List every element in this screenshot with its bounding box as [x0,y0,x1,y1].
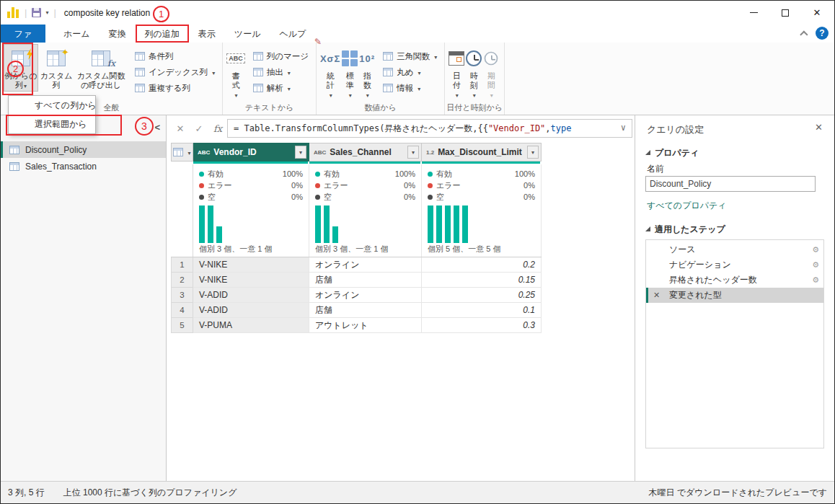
rounding-button[interactable]: 丸め [380,64,440,80]
parse-button[interactable]: 解析 [250,80,312,96]
all-properties-link[interactable]: すべてのプロパティ [647,200,727,212]
profiling-scope-label[interactable]: 上位 1000 行に基づく列のプロファイリング [63,487,237,499]
gear-icon[interactable]: ⚙ [812,260,819,270]
conditional-column-button[interactable]: 条件列 [132,48,218,64]
invoke-custom-function-button[interactable]: fx カスタム関数の呼び出し [75,45,127,90]
date-button[interactable]: 日付 [449,45,464,100]
information-button[interactable]: 情報 [380,80,440,96]
cell-limit[interactable]: 0.3 [422,318,542,333]
cell-vendor[interactable]: V-ADID [193,303,309,318]
cell-vendor[interactable]: V-NIKE [193,257,309,273]
cell-limit[interactable]: 0.2 [422,257,542,273]
valid-dot-icon [315,172,320,177]
step-name: 昇格されたヘッダー数 [669,274,757,286]
time-button[interactable]: 時刻 [466,45,482,100]
tab-help[interactable]: ヘルプ [270,25,315,43]
maximize-button[interactable] [769,1,801,25]
query-item-discount-policy[interactable]: Discount_Policy [1,141,166,158]
row-number[interactable]: 2 [171,273,193,288]
step-source[interactable]: ソース ⚙ [646,242,823,257]
index-column-button[interactable]: インデックス列 [132,64,218,80]
column-name: Vendor_ID [213,147,291,157]
close-button[interactable]: ✕ [801,1,833,25]
save-icon[interactable] [32,8,41,17]
cancel-formula-icon[interactable]: ✕ [171,123,190,134]
cell-channel[interactable]: 店舗 [309,303,422,318]
formula-input[interactable]: = Table.TransformColumnTypes(昇格されたヘッダー数,… [227,119,632,138]
format-button[interactable]: ABC✎ 書式 [226,45,245,100]
preview-grid: ABC Vendor_ID ABC Sales_Channel 1.2 Max_… [171,143,542,333]
duration-button[interactable]: 期間 [483,45,499,100]
collapse-queries-pane-icon[interactable]: < [154,122,160,133]
duplicate-column-button[interactable]: 重複する列 [132,80,218,96]
column-name: Sales_Channel [330,147,404,157]
step-promoted-headers[interactable]: 昇格されたヘッダー数 ⚙ [646,273,823,288]
name-label: 名前 [647,163,664,175]
row-number[interactable]: 3 [171,288,193,303]
clock-icon [466,50,482,66]
cell-limit[interactable]: 0.15 [422,273,542,288]
trigonometry-icon [383,52,393,61]
cell-vendor[interactable]: V-NIKE [193,273,309,288]
cell-limit[interactable]: 0.25 [422,288,542,303]
ribbon-group-from-number: ΧσΣ 統計 標準 10² 指数 三角関数 丸め 情報 数値から [317,43,445,115]
step-name: 変更された型 [669,289,722,301]
extract-button[interactable]: 抽出 [250,64,312,80]
cell-vendor[interactable]: V-ADID [193,288,309,303]
titlebar-divider: | [53,7,56,18]
statistics-button[interactable]: ΧσΣ 統計 [320,45,340,100]
query-item-sales-transaction[interactable]: Sales_Transaction [1,158,166,174]
tab-tools[interactable]: ツール [225,25,270,43]
cell-vendor[interactable]: V-PUMA [193,318,309,333]
data-preview-pane: ✕ ✓ fx = Table.TransformColumnTypes(昇格され… [167,115,634,481]
grid-header-row: ABC Vendor_ID ABC Sales_Channel 1.2 Max_… [171,143,542,162]
menu-item-from-all-columns[interactable]: すべての列から [9,96,95,115]
properties-section-header[interactable]: プロパティ [645,147,699,159]
column-header-vendor-id[interactable]: ABC Vendor_ID [193,143,309,162]
expand-formula-bar-icon[interactable]: ∨ [621,123,626,133]
filter-dropdown-icon[interactable] [527,146,539,159]
merge-columns-button[interactable]: 列のマージ [250,48,312,64]
commit-formula-icon[interactable]: ✓ [190,123,208,134]
cell-channel[interactable]: アウトレット [309,318,422,333]
tab-home[interactable]: ホーム [54,25,100,43]
tab-file[interactable]: ファイル [1,25,45,43]
fx-icon[interactable]: fx [208,123,227,134]
profile-vendor-id: 有効100% エラー0% 空0% 個別 3 個、一意 1 個 [193,164,309,257]
cell-channel[interactable]: オンライン [309,288,422,303]
step-changed-type[interactable]: ✕ 変更された型 [646,288,823,303]
column-header-sales-channel[interactable]: ABC Sales_Channel [309,143,422,162]
cell-limit[interactable]: 0.1 [422,303,542,318]
tab-view[interactable]: 表示 [189,25,225,43]
column-header-max-discount-limit[interactable]: 1.2 Max_Discount_Limit [422,143,542,162]
step-navigation[interactable]: ナビゲーション ⚙ [646,257,823,273]
tab-transform[interactable]: 変換 [100,25,136,43]
delete-step-icon[interactable]: ✕ [653,291,660,300]
cell-channel[interactable]: 店舗 [309,273,422,288]
close-panel-icon[interactable]: ✕ [815,122,823,133]
quick-access-caret-icon[interactable]: ▾ [45,9,48,16]
custom-column-button[interactable]: ✦ カスタム列 [39,45,74,90]
select-all-cell[interactable] [171,143,193,162]
empty-dot-icon [315,195,320,200]
scientific-button[interactable]: 10² 指数 [359,45,375,100]
filter-dropdown-icon[interactable] [295,146,306,159]
menu-item-from-selection[interactable]: 選択範囲から [9,115,95,133]
panel-title: クエリの設定 [647,123,704,136]
applied-steps-section-header[interactable]: 適用したステップ [645,224,725,236]
row-number[interactable]: 4 [171,303,193,318]
minimize-button[interactable] [738,1,769,25]
help-icon[interactable]: ? [816,27,829,40]
gear-icon[interactable]: ⚙ [812,275,819,285]
cell-channel[interactable]: オンライン [309,257,422,273]
standard-button[interactable]: 標準 [342,45,358,100]
query-name-input[interactable] [645,176,816,192]
table-icon [9,162,19,171]
tab-add-column[interactable]: 列の追加 [136,25,189,43]
trigonometry-button[interactable]: 三角関数 [380,48,440,64]
row-number[interactable]: 1 [171,257,193,273]
row-number[interactable]: 5 [171,318,193,333]
gear-icon[interactable]: ⚙ [812,245,819,255]
profile-sales-channel: 有効100% エラー0% 空0% 個別 3 個、一意 1 個 [309,164,422,257]
filter-dropdown-icon[interactable] [407,146,419,159]
